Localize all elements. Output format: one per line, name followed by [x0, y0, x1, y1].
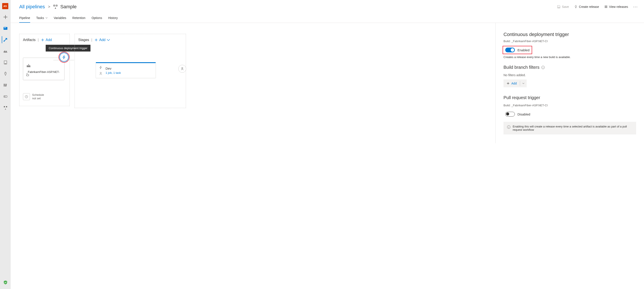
- add-branch-filter-button[interactable]: Add: [504, 79, 527, 87]
- cd-trigger-note: Creates a release every time a new build…: [504, 55, 636, 59]
- svg-rect-6: [6, 51, 7, 52]
- svg-rect-14: [4, 106, 5, 107]
- tab-pipeline[interactable]: Pipeline: [19, 14, 30, 23]
- create-release-button[interactable]: Create release: [574, 5, 599, 8]
- svg-rect-12: [6, 84, 7, 87]
- svg-rect-17: [56, 5, 57, 6]
- save-button: Save: [557, 5, 569, 8]
- branch-filters-title: Build branch filters: [504, 65, 636, 70]
- svg-rect-15: [6, 106, 7, 107]
- pipeline-canvas: Artifacts | Add Continuous deployment tr…: [10, 23, 496, 143]
- artifact-stage-connector: [53, 60, 74, 60]
- breadcrumb-row: All pipelines > Sample Save Create relea…: [10, 0, 644, 10]
- tabs-row: Pipeline Tasks Variables Retention Optio…: [10, 12, 644, 23]
- chevron-down-icon[interactable]: [520, 82, 527, 85]
- trigger-settings-panel: Continuous deployment trigger Build: _Fa…: [496, 23, 644, 143]
- branch-filters-empty: No filters added.: [504, 73, 636, 77]
- library-icon[interactable]: [2, 82, 9, 89]
- svg-rect-21: [29, 65, 30, 67]
- more-menu-button[interactable]: ···: [633, 4, 638, 9]
- add-artifact-button[interactable]: Add: [41, 38, 52, 42]
- pre-deploy-trigger-icon[interactable]: [99, 66, 102, 69]
- cd-trigger-badge[interactable]: [60, 53, 68, 62]
- svg-rect-20: [28, 65, 29, 67]
- pipelines-icon[interactable]: [2, 36, 9, 43]
- cd-trigger-build-line: Build: _FabrikamFiber-ASP.NET-CI: [504, 39, 636, 43]
- svg-rect-1: [4, 27, 6, 28]
- clock-icon: [23, 93, 30, 100]
- pr-trigger-title: Pull request trigger: [504, 95, 636, 100]
- build-source-icon: [26, 65, 31, 69]
- cd-trigger-title: Continuous deployment trigger: [504, 32, 636, 37]
- plus-icon: [94, 38, 98, 42]
- chevron-down-icon: [46, 17, 48, 19]
- post-deploy-approver-icon[interactable]: [178, 65, 186, 73]
- taskgroups-icon[interactable]: [2, 104, 9, 111]
- pr-trigger-info-banner: Enabling this will create a release ever…: [504, 122, 636, 134]
- svg-rect-19: [27, 65, 28, 67]
- pr-trigger-build-line: Build: _FabrikamFiber-ASP.NET-CI: [504, 104, 636, 107]
- view-releases-button[interactable]: View releases: [604, 5, 628, 8]
- svg-rect-8: [4, 63, 6, 64]
- svg-point-9: [5, 73, 6, 73]
- svg-rect-11: [5, 84, 6, 87]
- breadcrumb-separator: >: [48, 4, 50, 9]
- artifact-card[interactable]: Continuous deployment trigger _FabrikamF…: [23, 58, 64, 80]
- pr-trigger-toggle-row: Disabled: [504, 111, 636, 117]
- stages-column: Stages | Add: [74, 34, 186, 108]
- svg-point-24: [182, 67, 183, 69]
- tab-retention[interactable]: Retention: [72, 14, 86, 23]
- tab-variables[interactable]: Variables: [54, 14, 66, 23]
- user-avatar[interactable]: AS: [2, 3, 8, 9]
- lightning-icon: [62, 55, 66, 59]
- tab-options[interactable]: Options: [92, 14, 102, 23]
- schedule-card[interactable]: Schedule not set: [23, 93, 66, 100]
- new-item-icon[interactable]: [2, 13, 9, 20]
- tab-tasks[interactable]: Tasks: [36, 14, 48, 23]
- boards-icon[interactable]: [2, 25, 9, 32]
- plus-icon: [41, 38, 44, 42]
- artifact-name: _FabrikamFiber-ASP.NET-CI: [26, 70, 61, 77]
- rocket-icon: [574, 5, 578, 8]
- plus-icon: [506, 82, 510, 85]
- add-stage-button[interactable]: Add: [94, 38, 110, 42]
- list-icon: [604, 5, 608, 8]
- breadcrumb-root-link[interactable]: All pipelines: [19, 4, 45, 9]
- stages-header: Stages: [78, 38, 89, 42]
- cd-trigger-toggle-row: Enabled: [504, 47, 531, 53]
- svg-rect-18: [558, 7, 560, 8]
- svg-rect-10: [4, 84, 4, 87]
- stage-card-dev[interactable]: Dev 1 job, 1 task: [96, 62, 156, 78]
- save-icon: [557, 5, 560, 8]
- deploy-icon[interactable]: [2, 93, 9, 100]
- stage-tasks-link[interactable]: 1 job, 1 task: [106, 71, 121, 74]
- svg-rect-13: [4, 96, 7, 97]
- svg-rect-16: [54, 5, 55, 6]
- repos-icon[interactable]: [2, 48, 9, 54]
- testplans-icon[interactable]: [2, 59, 9, 66]
- pr-trigger-toggle-label: Disabled: [518, 112, 530, 116]
- artifacts-column: Artifacts | Add Continuous deployment tr…: [19, 34, 70, 106]
- breadcrumb-current: Sample: [53, 4, 77, 9]
- artifacts-header: Artifacts: [23, 38, 36, 42]
- svg-rect-3: [4, 51, 4, 52]
- release-pipeline-icon: [53, 4, 58, 9]
- svg-point-2: [4, 41, 4, 42]
- info-icon: [507, 125, 510, 129]
- pre-deploy-approver-icon[interactable]: [99, 72, 102, 75]
- chevron-down-icon: [107, 38, 110, 42]
- info-icon[interactable]: [541, 66, 545, 69]
- svg-point-23: [100, 72, 102, 73]
- tab-history[interactable]: History: [108, 14, 118, 23]
- svg-rect-0: [4, 27, 8, 30]
- svg-rect-4: [4, 51, 5, 52]
- left-icon-rail: AS: [0, 0, 10, 143]
- cd-trigger-toggle-label: Enabled: [518, 48, 530, 52]
- pr-trigger-toggle[interactable]: [505, 112, 515, 117]
- svg-rect-5: [6, 51, 6, 52]
- cd-trigger-toggle[interactable]: [505, 48, 515, 52]
- rocket-icon[interactable]: [2, 70, 9, 77]
- stage-name-label: Dev: [106, 67, 121, 70]
